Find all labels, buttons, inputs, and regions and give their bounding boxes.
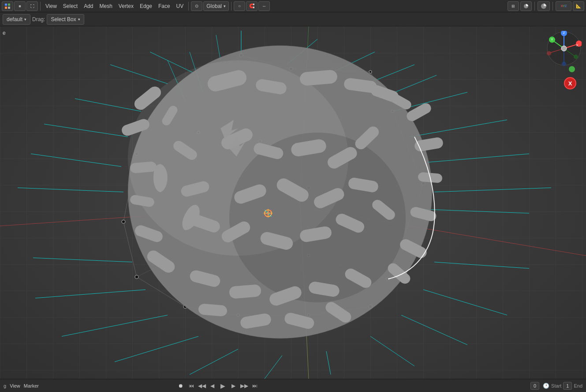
chevron-down-icon-mode: ▾: [24, 17, 26, 22]
end-label: End: [574, 383, 582, 388]
red-x-gizmo[interactable]: X: [564, 77, 576, 89]
bottom-bar: g View Marker ⏺ ⏮ ◀◀ ◀ ▶ ▶ ▶▶ ⏭ 0 🕐 Star…: [0, 379, 586, 392]
object-name: e: [3, 30, 6, 36]
menu-uv[interactable]: UV: [174, 1, 187, 11]
transform-dropdown[interactable]: Global ▾: [203, 1, 229, 11]
menu-mesh[interactable]: Mesh: [97, 1, 115, 11]
menu-vertex[interactable]: Vertex: [116, 1, 136, 11]
editor-type-icon[interactable]: [2, 1, 13, 11]
play-button[interactable]: ▶: [219, 381, 228, 390]
drag-mode-label: Select Box: [51, 16, 76, 22]
start-label: Start: [551, 383, 561, 388]
shading-icon[interactable]: [520, 1, 532, 11]
mode-label: default: [7, 16, 22, 22]
workspace-icon[interactable]: ■: [14, 1, 26, 11]
chevron-down-icon-drag: ▾: [78, 17, 80, 22]
separator-1: [40, 2, 41, 11]
separator-2: [188, 2, 189, 11]
view-bottom[interactable]: View: [10, 383, 20, 388]
record-button[interactable]: ⏺: [176, 381, 185, 390]
axis-gizmo[interactable]: X Y Z: [546, 31, 582, 66]
svg-rect-1: [8, 4, 10, 6]
menu-edge[interactable]: Edge: [137, 1, 155, 11]
transform-label: Global: [206, 3, 222, 9]
current-frame-display[interactable]: 0: [530, 382, 539, 390]
scene-canvas: X Y Z X: [0, 26, 586, 379]
top-toolbar: ■ ⛶ View Select Add Mesh Vertex Edge Fac…: [0, 0, 586, 12]
clock-icon-area: 🕐 Start 1 End: [543, 382, 582, 390]
fullscreen-icon[interactable]: ⛶: [26, 1, 38, 11]
grid-overlay: [0, 26, 586, 379]
svg-text:Y: Y: [551, 37, 553, 41]
svg-point-150: [547, 51, 551, 55]
start-frame-display[interactable]: 1: [563, 382, 572, 390]
viewport[interactable]: X Y Z X: [0, 26, 586, 379]
svg-point-152: [574, 55, 578, 59]
marker-bottom[interactable]: Marker: [24, 383, 39, 388]
drag-label: Drag:: [32, 16, 45, 22]
next-frame-button[interactable]: ▶: [229, 381, 238, 390]
drag-dropdown[interactable]: Select Box ▾: [47, 14, 84, 25]
clock-icon: 🕐: [543, 383, 549, 389]
next-keyframe-button[interactable]: ▶▶: [240, 381, 249, 390]
separator-5: [552, 2, 553, 11]
svg-rect-0: [5, 4, 7, 6]
separator-4: [534, 2, 535, 11]
snap-icon[interactable]: 🧲: [246, 1, 258, 11]
menu-add[interactable]: Add: [81, 1, 96, 11]
svg-point-155: [561, 46, 567, 51]
editor-type-bottom: g: [4, 383, 6, 388]
viewport-shading-dropdown[interactable]: [537, 1, 550, 11]
overlay-icon[interactable]: ⊞: [508, 1, 519, 11]
svg-rect-2: [5, 7, 7, 9]
svg-point-154: [562, 62, 566, 66]
jump-to-start-button[interactable]: ⏮: [187, 381, 196, 390]
svg-text:Z: Z: [563, 31, 565, 35]
menu-view[interactable]: View: [43, 1, 60, 11]
prev-keyframe-button[interactable]: ◀◀: [198, 381, 206, 390]
svg-rect-3: [8, 7, 10, 9]
frame-info: 0 🕐 Start 1 End: [530, 382, 582, 390]
jump-to-end-button[interactable]: ⏭: [250, 381, 259, 390]
green-dot-gizmo: [569, 66, 575, 72]
mode-dropdown[interactable]: default ▾: [3, 14, 30, 25]
menu-face[interactable]: Face: [156, 1, 173, 11]
chevron-down-icon: ▾: [224, 4, 226, 8]
playback-controls: ⏺ ⏮ ◀◀ ◀ ▶ ▶ ▶▶ ⏭: [176, 381, 259, 390]
second-toolbar: default ▾ Drag: Select Box ▾: [0, 12, 586, 26]
svg-text:X: X: [576, 43, 579, 47]
pivot-icon[interactable]: ⊙: [191, 1, 202, 11]
ruler-icon[interactable]: 📐: [573, 1, 584, 11]
transform-orientations-icon[interactable]: X Y Z: [556, 1, 571, 11]
prev-frame-button[interactable]: ◀: [208, 381, 217, 390]
toolbar-right: ⊞ X Y Z 📐: [508, 1, 584, 11]
proportional-edit-icon[interactable]: ○: [234, 1, 245, 11]
transform-tools-icon[interactable]: ↔: [258, 1, 270, 11]
menu-select[interactable]: Select: [60, 1, 80, 11]
separator-3: [231, 2, 231, 11]
